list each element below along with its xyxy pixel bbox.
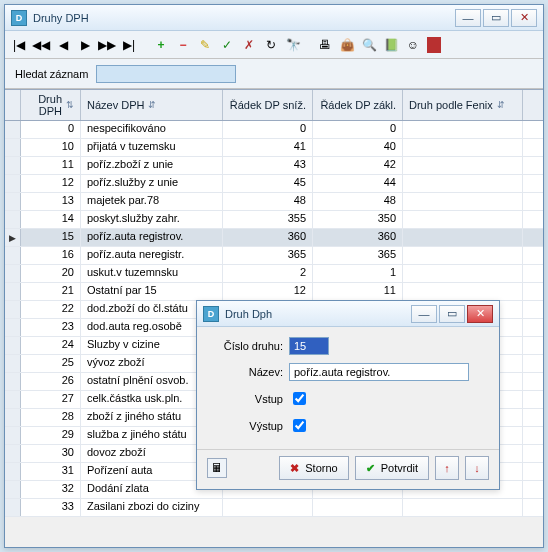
row-marker: [5, 301, 21, 318]
table-row[interactable]: 16poříz.auta neregistr.365365: [5, 247, 543, 265]
cell-zakl: 44: [313, 175, 403, 192]
table-row[interactable]: ▶15poříz.auta registrov.360360: [5, 229, 543, 247]
cell-fenix: [403, 283, 523, 300]
checkbox-vstup[interactable]: [293, 392, 306, 405]
col-fenix[interactable]: Druh podle Fenix⇵: [403, 90, 523, 120]
book-icon[interactable]: 📗: [383, 37, 399, 53]
col-zakl[interactable]: Řádek DP zákl.: [313, 90, 403, 120]
edit-icon[interactable]: ✎: [197, 37, 213, 53]
cell-druh: 25: [21, 355, 81, 372]
cell-fenix: [403, 121, 523, 138]
refresh-icon[interactable]: ↻: [263, 37, 279, 53]
print-icon[interactable]: 🖶: [317, 37, 333, 53]
cell-nazev: poříz.auta registrov.: [81, 229, 223, 246]
row-marker: [5, 463, 21, 480]
input-cislo[interactable]: [289, 337, 329, 355]
cell-nazev: Zasilani zbozi do ciziny: [81, 499, 223, 516]
potvrdit-button[interactable]: ✔Potvrdit: [355, 456, 429, 480]
dialog-maximize-button[interactable]: ▭: [439, 305, 465, 323]
sort-icon: ⇅: [66, 100, 74, 110]
row-marker: [5, 355, 21, 372]
nav-nextpage-icon[interactable]: ▶▶: [99, 37, 115, 53]
table-row[interactable]: 0nespecifikováno00: [5, 121, 543, 139]
row-marker: [5, 175, 21, 192]
add-icon[interactable]: +: [153, 37, 169, 53]
nav-prev-icon[interactable]: ◀: [55, 37, 71, 53]
label-cislo: Číslo druhu:: [211, 340, 289, 352]
dialog-title: Druh Dph: [225, 308, 411, 320]
arrow-up-icon: ↑: [444, 462, 450, 474]
dialog-close-button[interactable]: ✕: [467, 305, 493, 323]
label-vstup: Vstup: [211, 393, 289, 405]
row-marker: [5, 283, 21, 300]
table-row[interactable]: 10přijatá v tuzemsku4140: [5, 139, 543, 157]
cell-zakl: 48: [313, 193, 403, 210]
grid-header: Druh DPH⇅ Název DPH⇵ Řádek DP sníž. Řáde…: [5, 90, 543, 121]
cell-druh: 29: [21, 427, 81, 444]
table-row[interactable]: 12poříz.služby z unie4544: [5, 175, 543, 193]
checkbox-vystup[interactable]: [293, 419, 306, 432]
cell-sniz: 48: [223, 193, 313, 210]
main-title: Druhy DPH: [33, 12, 455, 24]
confirm-icon[interactable]: ✓: [219, 37, 235, 53]
cell-druh: 16: [21, 247, 81, 264]
input-nazev[interactable]: [289, 363, 469, 381]
cancel-icon[interactable]: ✗: [241, 37, 257, 53]
close-button[interactable]: ✕: [511, 9, 537, 27]
col-sniz[interactable]: Řádek DP sníž.: [223, 90, 313, 120]
maximize-button[interactable]: ▭: [483, 9, 509, 27]
cell-zakl: 365: [313, 247, 403, 264]
table-row[interactable]: 20uskut.v tuzemnsku21: [5, 265, 543, 283]
calculator-icon[interactable]: 🖩: [207, 458, 227, 478]
smiley-icon[interactable]: ☺: [405, 37, 421, 53]
cell-sniz: 355: [223, 211, 313, 228]
table-row[interactable]: 11poříz.zboží z unie4342: [5, 157, 543, 175]
minimize-button[interactable]: —: [455, 9, 481, 27]
search-input[interactable]: [96, 65, 236, 83]
nav-first-icon[interactable]: |◀: [11, 37, 27, 53]
delete-icon[interactable]: −: [175, 37, 191, 53]
cell-zakl: [313, 499, 403, 516]
row-marker: [5, 139, 21, 156]
exit-icon[interactable]: [427, 37, 441, 53]
cell-sniz: 12: [223, 283, 313, 300]
cell-nazev: majetek par.78: [81, 193, 223, 210]
cell-zakl: 360: [313, 229, 403, 246]
row-marker: [5, 121, 21, 138]
cell-nazev: Ostatní par 15: [81, 283, 223, 300]
row-marker: [5, 211, 21, 228]
cell-sniz: 41: [223, 139, 313, 156]
app-icon: D: [11, 10, 27, 26]
arrow-down-icon: ↓: [474, 462, 480, 474]
row-marker: [5, 157, 21, 174]
table-row[interactable]: 33Zasilani zbozi do ciziny: [5, 499, 543, 517]
bag-icon[interactable]: 👜: [339, 37, 355, 53]
binoculars-icon[interactable]: 🔭: [285, 37, 301, 53]
cell-druh: 14: [21, 211, 81, 228]
sort-icon: ⇵: [497, 100, 505, 110]
zoom-icon[interactable]: 🔍: [361, 37, 377, 53]
dialog-titlebar[interactable]: D Druh Dph — ▭ ✕: [197, 301, 499, 327]
cell-nazev: poskyt.služby zahr.: [81, 211, 223, 228]
cell-fenix: [403, 139, 523, 156]
cell-druh: 12: [21, 175, 81, 192]
table-row[interactable]: 13majetek par.784848: [5, 193, 543, 211]
cell-druh: 26: [21, 373, 81, 390]
cell-sniz: 0: [223, 121, 313, 138]
nav-prevpage-icon[interactable]: ◀◀: [33, 37, 49, 53]
nav-next-icon[interactable]: ▶: [77, 37, 93, 53]
table-row[interactable]: 14poskyt.služby zahr.355350: [5, 211, 543, 229]
table-row[interactable]: 21Ostatní par 151211: [5, 283, 543, 301]
cell-druh: 21: [21, 283, 81, 300]
storno-button[interactable]: ✖Storno: [279, 456, 348, 480]
down-button[interactable]: ↓: [465, 456, 489, 480]
col-nazev[interactable]: Název DPH⇵: [81, 90, 223, 120]
main-titlebar[interactable]: D Druhy DPH — ▭ ✕: [5, 5, 543, 31]
dialog-minimize-button[interactable]: —: [411, 305, 437, 323]
up-button[interactable]: ↑: [435, 456, 459, 480]
cell-zakl: 1: [313, 265, 403, 282]
col-druh[interactable]: Druh DPH⇅: [21, 90, 81, 120]
row-marker: [5, 427, 21, 444]
nav-last-icon[interactable]: ▶|: [121, 37, 137, 53]
sort-icon: ⇵: [148, 100, 156, 110]
